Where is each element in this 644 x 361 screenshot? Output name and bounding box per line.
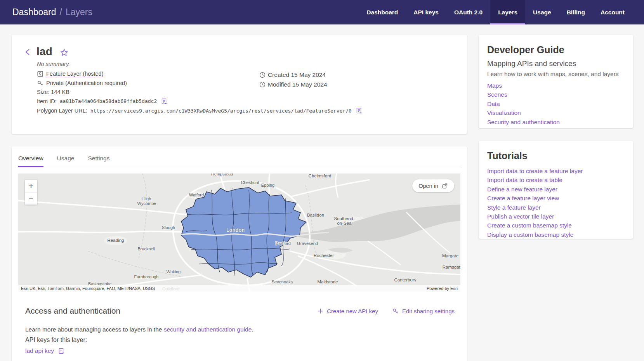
breadcrumb: Dashboard / Layers [0, 0, 359, 24]
powered-by-esri: Powered by Esri [427, 286, 458, 291]
nav-item-layers[interactable]: Layers [490, 0, 525, 24]
tutorials-links: Import data to create a feature layer Im… [487, 167, 625, 239]
copy-url-icon[interactable] [356, 107, 362, 114]
svg-text:Maidstone: Maidstone [317, 279, 338, 284]
breadcrumb-layers: Layers [66, 7, 92, 17]
guide-link-maps: Maps [487, 81, 625, 90]
lad-api-key-link[interactable]: lad api key [25, 347, 54, 354]
layer-title: lad [36, 45, 52, 58]
guide-link-maps-anchor[interactable]: Maps [487, 82, 502, 89]
security-guide-link[interactable]: security and authentication guide [164, 326, 252, 333]
item-id-value: aa81b7a44a064ba58dab69ffab5dadc2 [60, 98, 157, 104]
tutorial-link: Style a feature layer [487, 203, 625, 212]
svg-text:Southend-: Southend- [334, 216, 354, 221]
guide-link-scenes-anchor[interactable]: Scenes [487, 91, 507, 98]
developer-guide-title: Developer Guide [487, 44, 625, 56]
back-chevron-icon[interactable] [24, 48, 31, 56]
tutorial-link: Publish a vector tile layer [487, 212, 625, 221]
svg-text:Canterbury: Canterbury [394, 278, 417, 282]
tutorials-title: Tutorials [487, 150, 625, 161]
svg-text:Wycombe: Wycombe [137, 201, 156, 206]
developer-guide-subtitle: Mapping APIs and services [487, 59, 625, 68]
layer-type-label[interactable]: Feature Layer (hosted) [46, 71, 104, 77]
star-icon[interactable] [60, 49, 68, 57]
layer-preview-map[interactable]: Hempstead Chelmsford Cheshunt Epping Wat… [18, 174, 460, 292]
map-attribution: Esri UK, Esri, TomTom, Garmin, Foursquar… [18, 285, 460, 292]
modified-label: Modified 15 May 2024 [268, 81, 327, 88]
svg-text:Basildon: Basildon [307, 213, 324, 217]
svg-text:Epping: Epping [261, 183, 274, 187]
layer-summary: No summary. [37, 61, 455, 67]
tab-usage[interactable]: Usage [57, 155, 75, 167]
tutorial-publish-vector-tile[interactable]: Publish a vector tile layer [487, 213, 554, 220]
nav-item-account[interactable]: Account [593, 0, 632, 24]
nav-item-dashboard[interactable]: Dashboard [359, 0, 406, 24]
tutorials-panel: Tutorials Import data to create a featur… [479, 141, 633, 239]
key-icon [392, 308, 399, 314]
guide-link-data-anchor[interactable]: Data [487, 101, 500, 107]
nav-item-oauth[interactable]: OAuth 2.0 [446, 0, 490, 24]
guide-link-security: Security and authentication [487, 118, 625, 127]
svg-text:High: High [142, 196, 151, 201]
zoom-out-button[interactable]: − [25, 193, 37, 205]
breadcrumb-separator: / [60, 7, 62, 17]
svg-text:Sevenoaks: Sevenoaks [272, 279, 293, 284]
svg-text:Margate: Margate [442, 253, 458, 258]
developer-guide-panel: Developer Guide Mapping APIs and service… [479, 35, 633, 128]
tutorial-import-table[interactable]: Import data to create a table [487, 177, 562, 183]
feature-layer-icon [37, 71, 43, 77]
tutorial-import-feature-layer[interactable]: Import data to create a feature layer [487, 168, 583, 174]
svg-text:Hempstead: Hempstead [211, 174, 233, 176]
layer-access-row: Private (Authentication required) [37, 80, 455, 87]
tutorial-style-feature-layer[interactable]: Style a feature layer [487, 204, 541, 211]
tab-settings[interactable]: Settings [88, 155, 109, 167]
svg-text:Reading: Reading [108, 238, 124, 243]
layer-content-card: Overview Usage Settings [12, 146, 467, 361]
guide-link-visualization-anchor[interactable]: Visualization [487, 109, 521, 116]
tutorial-display-basemap-style[interactable]: Display a custom basemap style [487, 231, 573, 238]
zoom-in-button[interactable]: + [25, 180, 37, 192]
svg-text:Dartford: Dartford [275, 241, 291, 246]
developer-guide-description: Learn how to work with maps, scenes, and… [487, 71, 625, 78]
access-section: Access and authentication Create new API… [12, 292, 467, 354]
tutorial-create-basemap-style[interactable]: Create a custom basemap style [487, 222, 572, 229]
api-keys-for-layer-label: API keys for this layer: [25, 337, 455, 344]
created-label: Created 15 May 2024 [268, 71, 326, 78]
layer-access-label: Private (Authentication required) [46, 80, 127, 86]
tutorial-define-feature-layer[interactable]: Define a new feature layer [487, 186, 557, 193]
tutorial-create-layer-view[interactable]: Create a feature layer view [487, 195, 559, 201]
nav-item-billing[interactable]: Billing [559, 0, 593, 24]
attribution-sources: Esri UK, Esri, TomTom, Garmin, Foursquar… [21, 286, 155, 291]
nav-active-underline [490, 23, 525, 24]
layer-type-row: Feature Layer (hosted) [37, 71, 455, 77]
modified-row: Modified 15 May 2024 [259, 81, 327, 88]
access-description-text: Learn more about managing access to laye… [25, 326, 164, 333]
external-link-icon [442, 183, 448, 189]
copy-api-key-icon[interactable] [58, 347, 64, 354]
tutorial-link: Import data to create a feature layer [487, 167, 625, 175]
nav-item-usage[interactable]: Usage [525, 0, 559, 24]
top-navbar: Dashboard / Layers Dashboard API keys OA… [0, 0, 644, 24]
svg-text:Gravesend: Gravesend [297, 241, 318, 246]
nav-item-layers-label: Layers [498, 9, 517, 16]
access-description-period: . [252, 326, 253, 333]
basemap-svg: Hempstead Chelmsford Cheshunt Epping Wat… [18, 174, 460, 292]
create-api-key-button[interactable]: Create new API key [318, 308, 378, 314]
access-description: Learn more about managing access to laye… [25, 326, 455, 333]
layer-summary-card: lad No summary. Feature Layer (hosted) P… [12, 35, 467, 134]
svg-text:Farnborough: Farnborough [134, 274, 159, 279]
api-key-row: lad api key [25, 347, 455, 354]
open-in-button[interactable]: Open in [412, 179, 454, 192]
guide-link-security-anchor[interactable]: Security and authentication [487, 119, 560, 125]
tutorial-link: Define a new feature layer [487, 185, 625, 194]
tutorial-link: Create a custom basemap style [487, 221, 625, 230]
nav-item-api-keys[interactable]: API keys [406, 0, 446, 24]
tab-bar: Overview Usage Settings [12, 146, 467, 167]
svg-text:on-Sea: on-Sea [337, 221, 352, 226]
breadcrumb-dashboard[interactable]: Dashboard [12, 7, 56, 17]
key-icon [37, 80, 43, 87]
tab-overview[interactable]: Overview [18, 155, 43, 167]
svg-text:Ramsgate: Ramsgate [443, 265, 460, 269]
copy-item-id-icon[interactable] [161, 98, 167, 105]
edit-sharing-button[interactable]: Edit sharing settings [392, 308, 455, 314]
